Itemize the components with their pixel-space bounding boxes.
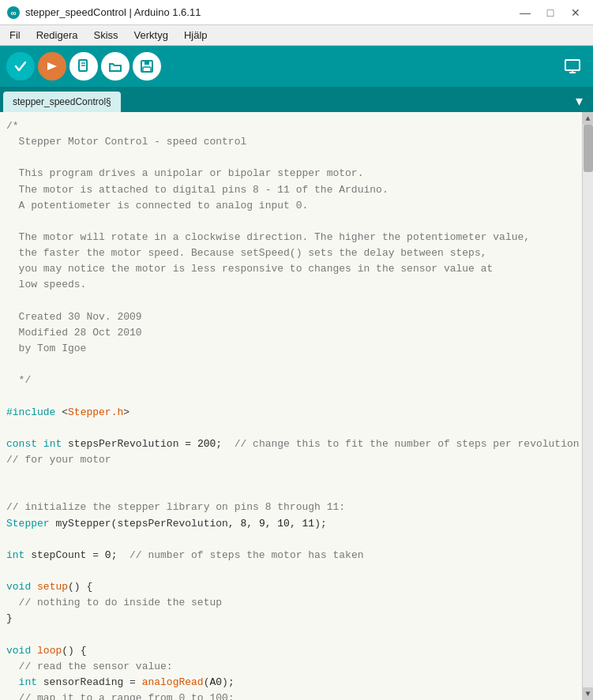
tab-label: stepper_speedControl§ [13,96,111,107]
maximize-button[interactable]: □ [539,5,561,21]
new-button[interactable] [69,52,98,80]
arduino-logo-icon: ∞ [6,6,21,20]
scroll-thumb[interactable] [584,125,593,172]
menu-verktyg[interactable]: Verktyg [128,28,175,43]
tab-dropdown-button[interactable]: ▾ [568,90,590,112]
window-title: stepper_speedControl | Arduino 1.6.11 [25,6,201,18]
save-icon [139,58,155,74]
scroll-up-button[interactable]: ▲ [583,112,594,125]
code-editor[interactable]: /* Stepper Motor Control - speed control… [0,112,582,700]
menu-redigera[interactable]: Redigera [30,28,84,43]
svg-text:∞: ∞ [10,9,16,17]
tab-stepper-speedcontrol[interactable]: stepper_speedControl§ [3,92,121,112]
monitor-icon [564,58,581,75]
menu-fil[interactable]: Fil [3,28,27,43]
scroll-down-button[interactable]: ▼ [583,687,594,700]
minimize-button[interactable]: — [514,5,536,21]
title-bar-left: ∞ stepper_speedControl | Arduino 1.6.11 [6,6,201,20]
svg-rect-9 [565,60,580,70]
vertical-scrollbar[interactable]: ▲ ▼ [582,112,593,700]
upload-button[interactable] [38,52,66,80]
verify-button[interactable] [6,52,35,80]
editor-container: /* Stepper Motor Control - speed control… [0,112,593,700]
title-bar-controls: — □ ✕ [514,5,587,21]
svg-marker-2 [47,62,57,70]
new-icon [75,58,92,75]
open-button[interactable] [101,52,129,80]
upload-icon [44,58,60,74]
menu-hjälp[interactable]: Hjälp [178,28,214,43]
title-bar: ∞ stepper_speedControl | Arduino 1.6.11 … [0,0,593,25]
tab-bar: stepper_speedControl§ ▾ [0,87,593,112]
menu-bar: Fil Redigera Skiss Verktyg Hjälp [0,25,593,46]
menu-skiss[interactable]: Skiss [87,28,124,43]
save-button[interactable] [133,52,161,80]
svg-rect-7 [144,61,149,65]
scroll-track[interactable] [583,125,594,687]
code-content: /* Stepper Motor Control - speed control… [6,118,582,700]
toolbar [0,46,593,87]
verify-icon [13,58,28,74]
close-button[interactable]: ✕ [565,5,587,21]
open-icon [107,58,123,74]
serial-monitor-button[interactable] [558,52,587,80]
